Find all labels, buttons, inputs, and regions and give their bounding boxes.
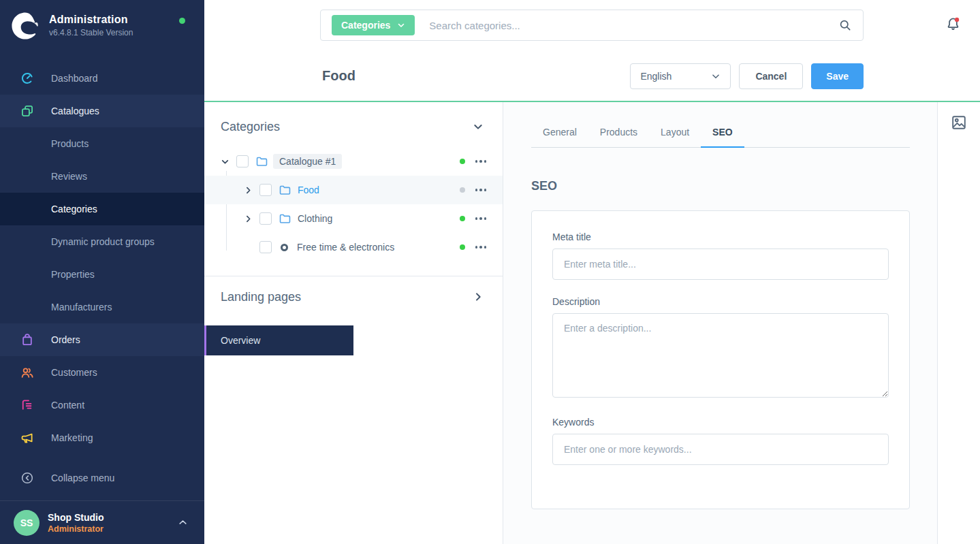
sidebar-subitem-dynamic-product-groups[interactable]: Dynamic product groups	[0, 225, 204, 258]
sidebar-item-marketing[interactable]: Marketing	[0, 421, 204, 454]
collapse-menu-button[interactable]: Collapse menu	[0, 462, 204, 494]
subitem-label: Dynamic product groups	[51, 236, 155, 247]
sidebar-item-catalogues[interactable]: Catalogues	[0, 95, 204, 127]
tab-products[interactable]: Products	[588, 127, 649, 147]
subitem-label: Reviews	[51, 171, 87, 182]
global-search-bar[interactable]: Categories	[320, 10, 864, 41]
sidebar-subitem-categories[interactable]: Categories	[0, 193, 204, 225]
sidebar-subitem-properties[interactable]: Properties	[0, 258, 204, 291]
sidebar-item-orders[interactable]: Orders	[0, 323, 204, 356]
sidebar-item-label: Orders	[51, 334, 80, 345]
sidebar-item-label: Catalogues	[51, 106, 99, 116]
subitem-label: Products	[51, 138, 89, 149]
sidebar-subitem-reviews[interactable]: Reviews	[0, 160, 204, 193]
chevron-right-icon[interactable]	[473, 291, 484, 302]
tree-row-food[interactable]: Food	[204, 176, 503, 204]
sidebar: Administration v6.4.8.1 Stable Version D…	[0, 0, 204, 544]
tree-row-clothing[interactable]: Clothing	[204, 204, 503, 233]
context-menu-button[interactable]	[475, 244, 487, 251]
row-actions	[460, 158, 487, 165]
orders-flyout-menu: Overview	[204, 325, 353, 355]
online-status-dot	[179, 18, 185, 24]
collapse-menu-label: Collapse menu	[51, 473, 114, 483]
description-textarea[interactable]	[552, 313, 889, 398]
row-actions	[460, 215, 487, 222]
active-status-dot	[460, 159, 465, 164]
tree-row-free-time-electronics[interactable]: Free time & electronics	[204, 233, 503, 261]
categories-panel-header[interactable]: Categories	[204, 113, 503, 140]
chevron-right-icon[interactable]	[244, 186, 253, 195]
media-sidebar-button[interactable]	[951, 114, 967, 131]
language-selected-value: English	[640, 71, 671, 82]
sidebar-item-customers[interactable]: Customers	[0, 356, 204, 389]
tree-item-label[interactable]: Clothing	[298, 213, 332, 224]
user-role: Administrator	[48, 524, 178, 534]
cancel-button[interactable]: Cancel	[739, 63, 803, 89]
meta-title-label: Meta title	[552, 231, 889, 242]
checkbox[interactable]	[236, 155, 249, 167]
chevron-down-icon[interactable]	[221, 157, 230, 166]
checkbox[interactable]	[259, 241, 272, 253]
user-menu[interactable]: SS Shop Studio Administrator	[0, 500, 204, 544]
folder-icon	[279, 212, 291, 225]
tab-general[interactable]: General	[531, 127, 588, 147]
landing-pages-header[interactable]: Landing pages	[204, 276, 503, 317]
tree-row-catalogue-1[interactable]: Catalogue #1	[204, 147, 503, 176]
flyout-item-overview[interactable]: Overview	[221, 335, 260, 346]
top-bar: Categories	[204, 0, 980, 51]
chevron-right-icon[interactable]	[244, 214, 253, 223]
sidebar-item-label: Dashboard	[51, 73, 98, 84]
chevron-up-icon	[178, 517, 188, 528]
search-submit-button[interactable]	[838, 18, 852, 32]
category-detail-form: General Products Layout SEO SEO Meta tit…	[503, 102, 937, 544]
tree-item-label[interactable]: Free time & electronics	[297, 242, 394, 253]
context-menu-button[interactable]	[475, 187, 487, 193]
catalogues-icon	[20, 104, 34, 118]
subitem-label: Manufacturers	[51, 302, 112, 313]
search-input[interactable]	[429, 20, 838, 31]
checkbox[interactable]	[259, 184, 272, 196]
chevron-down-icon	[397, 21, 405, 29]
tree-item-label[interactable]: Food	[298, 185, 319, 195]
folder-icon	[279, 184, 291, 197]
description-label: Description	[552, 296, 889, 307]
main-navigation: Dashboard Catalogues Products Reviews Ca…	[0, 62, 204, 454]
smart-bar-actions: English Cancel Save	[630, 63, 864, 89]
save-button[interactable]: Save	[811, 63, 864, 89]
category-tree-panel: Categories Catalogue #1	[204, 102, 503, 544]
meta-title-input[interactable]	[552, 249, 889, 280]
sidebar-subitem-manufacturers[interactable]: Manufacturers	[0, 291, 204, 323]
search-entity-filter-button[interactable]: Categories	[332, 15, 415, 35]
avatar: SS	[14, 510, 39, 536]
admin-app: Administration v6.4.8.1 Stable Version D…	[0, 0, 980, 544]
tab-seo[interactable]: SEO	[701, 127, 744, 147]
tree-item-label[interactable]: Catalogue #1	[273, 154, 342, 169]
keywords-input[interactable]	[552, 434, 889, 465]
content-area: Categories Catalogue #1	[204, 102, 980, 544]
sidebar-item-content[interactable]: Content	[0, 389, 204, 421]
customers-icon	[20, 366, 34, 379]
language-select[interactable]: English	[630, 63, 731, 89]
image-icon	[951, 114, 967, 131]
chevron-down-icon[interactable]	[473, 121, 484, 132]
tab-layout[interactable]: Layout	[649, 127, 701, 147]
sidebar-subitem-products[interactable]: Products	[0, 127, 204, 160]
checkbox[interactable]	[259, 212, 272, 225]
active-status-dot	[460, 244, 465, 250]
user-meta: Shop Studio Administrator	[48, 512, 178, 534]
catalogues-submenu: Products Reviews Categories Dynamic prod…	[0, 127, 204, 323]
row-actions	[460, 244, 487, 251]
active-status-dot	[460, 216, 465, 221]
notifications-button[interactable]	[945, 16, 961, 32]
subitem-label: Categories	[51, 204, 97, 214]
context-menu-button[interactable]	[475, 158, 487, 165]
sidebar-item-dashboard[interactable]: Dashboard	[0, 62, 204, 95]
smart-bar: Food English Cancel Save	[204, 51, 980, 102]
context-menu-button[interactable]	[475, 215, 487, 222]
page-title: Food	[322, 68, 355, 84]
seo-section-title: SEO	[531, 179, 937, 193]
category-tree: Catalogue #1	[204, 147, 503, 261]
search-icon	[838, 18, 852, 32]
content-icon	[20, 398, 34, 412]
sidebar-item-label: Marketing	[51, 432, 93, 443]
